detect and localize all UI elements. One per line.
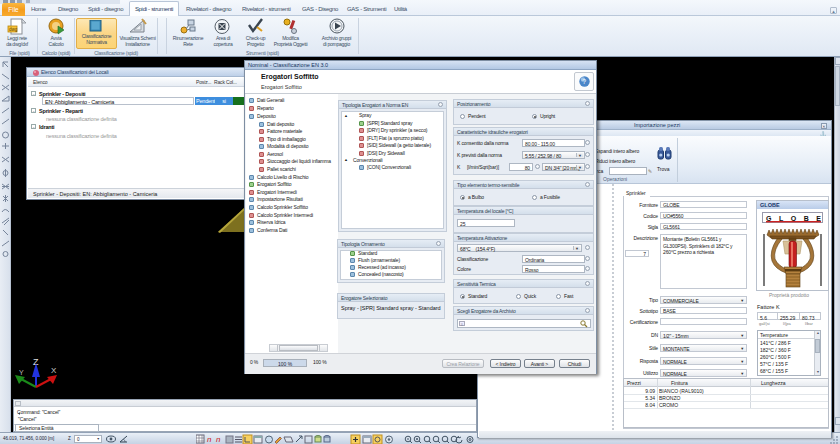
svg-text:n: n [216,435,221,444]
svg-text:Y: Y [19,369,24,376]
svg-text:GLOBE: GLOBE [766,215,821,222]
svg-text:dwg: dwg [9,27,18,32]
svg-text:?: ? [582,78,586,85]
svg-text:n: n [207,435,212,444]
svg-text:X: X [51,366,57,375]
